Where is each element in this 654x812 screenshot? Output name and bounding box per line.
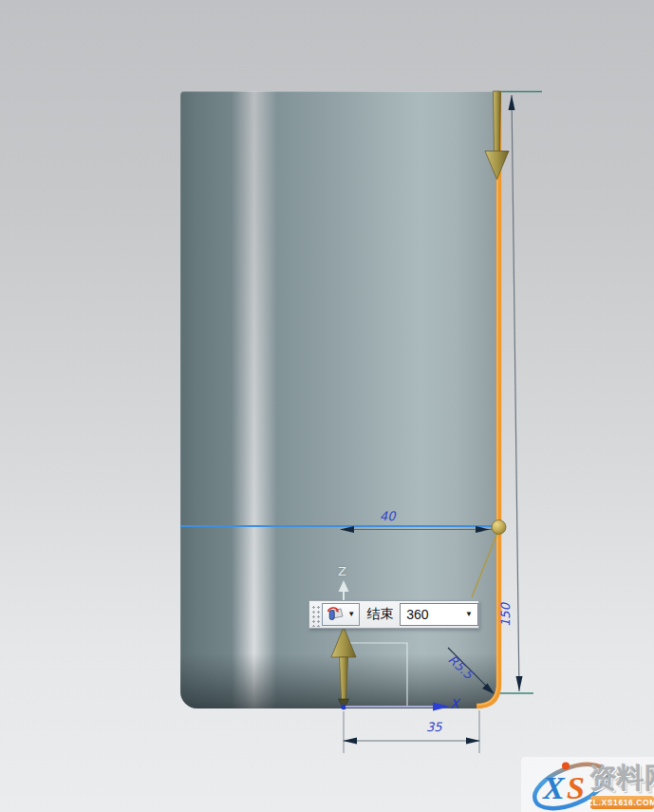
dim-35-right-arrow-icon <box>466 738 480 745</box>
angle-value[interactable]: 360 <box>406 607 428 622</box>
watermark-logo: X S 资料网 ZL.XS1616.COM <box>521 757 654 812</box>
toolbar-grip-handle[interactable] <box>311 604 320 627</box>
dim-150-bottom-arrow-icon <box>516 676 523 691</box>
x-axis-label: X <box>450 696 459 711</box>
end-limit-label: 结束 <box>366 606 393 623</box>
icon-dropdown-arrow-icon[interactable]: ▼ <box>347 611 355 618</box>
dimension-label-40[interactable]: 40 <box>380 510 396 522</box>
mini-toolbar: ▼ 结束 360 ▼ <box>308 600 479 629</box>
dim-35-left-arrow-icon <box>343 738 357 745</box>
site-url-bar: ZL.XS1616.COM <box>590 796 654 809</box>
dimension-label-150[interactable]: 150 <box>499 603 512 627</box>
revolve-icon-button[interactable]: ▼ <box>322 603 360 626</box>
z-axis-label: Z <box>338 564 346 578</box>
site-url: ZL.XS1616.COM <box>588 798 654 807</box>
logo-letter-s: S <box>567 770 585 805</box>
site-name: 资料网 <box>589 760 654 798</box>
logo-dot-icon <box>562 763 570 770</box>
viewport-canvas[interactable]: 40 150 35 R5.5 X Z ▼ 结束 360 ▼ <box>0 0 654 812</box>
revolve-icon <box>327 607 344 622</box>
dim-line-150 <box>512 95 519 691</box>
logo-letter-x: X <box>542 770 566 805</box>
dim-150-top-arrow-icon <box>509 95 515 110</box>
combobox-dropdown-arrow-icon[interactable]: ▼ <box>465 611 473 618</box>
angle-value-combobox[interactable]: 360 ▼ <box>400 603 478 626</box>
dimension-label-35[interactable]: 35 <box>426 721 442 733</box>
